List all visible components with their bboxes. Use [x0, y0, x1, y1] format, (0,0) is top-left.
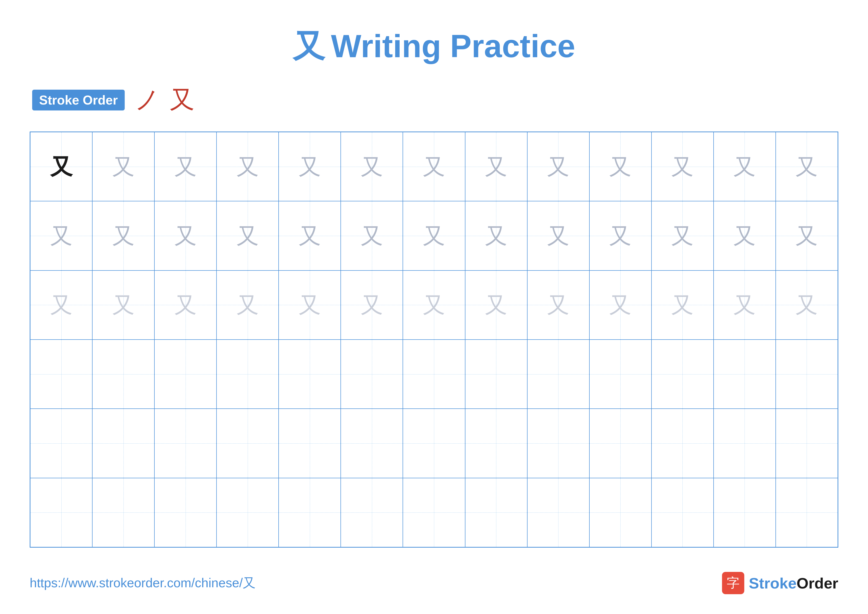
grid-cell[interactable]	[714, 409, 776, 478]
grid-cell[interactable]: 又	[776, 270, 838, 340]
grid-cell[interactable]	[279, 340, 341, 409]
cell-char: 又	[795, 155, 818, 178]
grid-cell[interactable]	[776, 409, 838, 478]
grid-cell[interactable]: 又	[527, 201, 589, 270]
stroke-order-badge: Stroke Order	[32, 90, 125, 110]
grid-cell[interactable]	[217, 340, 279, 409]
grid-cell[interactable]: 又	[279, 132, 341, 201]
grid-cell[interactable]	[527, 409, 589, 478]
grid-cell[interactable]	[279, 409, 341, 478]
grid-cell[interactable]: 又	[465, 270, 527, 340]
grid-cell[interactable]	[527, 340, 589, 409]
grid-cell[interactable]	[403, 340, 465, 409]
footer-url[interactable]: https://www.strokeorder.com/chinese/又	[30, 574, 256, 592]
stroke-2: 又	[170, 83, 194, 117]
grid-cell[interactable]	[30, 409, 92, 478]
logo-text: StrokeOrder	[749, 574, 838, 592]
grid-cell[interactable]: 又	[651, 270, 714, 340]
grid-cell[interactable]	[92, 409, 154, 478]
cell-char: 又	[299, 294, 321, 316]
grid-cell[interactable]	[651, 340, 714, 409]
grid-cell[interactable]	[714, 340, 776, 409]
grid-cell[interactable]	[217, 478, 279, 547]
cell-char: 又	[174, 155, 197, 178]
grid-cell[interactable]: 又	[217, 270, 279, 340]
page: 又 Writing Practice Stroke Order ノ 又 又 又 …	[0, 0, 868, 614]
grid-cell[interactable]: 又	[341, 132, 403, 201]
cell-char: 又	[299, 155, 321, 178]
grid-cell[interactable]: 又	[92, 270, 154, 340]
grid-cell[interactable]: 又	[92, 132, 154, 201]
cell-char: 又	[609, 294, 631, 316]
grid-cell[interactable]: 又	[527, 132, 589, 201]
grid-cell[interactable]: 又	[527, 270, 589, 340]
cell-char: 又	[547, 294, 569, 316]
grid-cell[interactable]: 又	[776, 201, 838, 270]
grid-cell[interactable]	[527, 478, 589, 547]
grid-cell[interactable]	[589, 409, 651, 478]
grid-cell[interactable]: 又	[341, 201, 403, 270]
grid-cell[interactable]: 又	[217, 132, 279, 201]
cell-char: 又	[299, 225, 321, 247]
grid-cell[interactable]: 又	[465, 132, 527, 201]
cell-char: 又	[547, 225, 569, 247]
grid-cell[interactable]: 又	[403, 270, 465, 340]
grid-cell[interactable]: 又	[714, 201, 776, 270]
grid-cell[interactable]	[154, 478, 217, 547]
grid-cell[interactable]: 又	[92, 201, 154, 270]
grid-cell[interactable]	[341, 409, 403, 478]
grid-cell[interactable]	[651, 478, 714, 547]
grid-cell[interactable]: 又	[651, 132, 714, 201]
grid-cell[interactable]	[154, 340, 217, 409]
grid-cell[interactable]	[154, 409, 217, 478]
grid-cell[interactable]	[403, 409, 465, 478]
grid-cell[interactable]: 又	[30, 201, 92, 270]
grid-cell[interactable]	[92, 478, 154, 547]
grid-cell[interactable]	[776, 340, 838, 409]
grid-cell[interactable]	[30, 478, 92, 547]
grid-cell[interactable]: 又	[776, 132, 838, 201]
grid-cell[interactable]	[341, 478, 403, 547]
footer: https://www.strokeorder.com/chinese/又 字 …	[30, 572, 838, 594]
cell-char: 又	[795, 294, 818, 316]
cell-char: 又	[609, 155, 631, 178]
grid-cell[interactable]: 又	[30, 132, 92, 201]
grid-cell[interactable]	[92, 340, 154, 409]
cell-char: 又	[733, 225, 756, 247]
grid-cell[interactable]	[714, 478, 776, 547]
grid-cell[interactable]	[651, 409, 714, 478]
grid-cell[interactable]: 又	[30, 270, 92, 340]
grid-cell[interactable]	[465, 340, 527, 409]
grid-cell[interactable]: 又	[217, 201, 279, 270]
grid-cell[interactable]	[403, 478, 465, 547]
grid-cell[interactable]: 又	[589, 132, 651, 201]
grid-cell[interactable]: 又	[651, 201, 714, 270]
grid-cell[interactable]: 又	[341, 270, 403, 340]
grid-cell[interactable]: 又	[403, 201, 465, 270]
cell-char: 又	[423, 294, 445, 316]
grid-cell[interactable]: 又	[154, 270, 217, 340]
grid-cell[interactable]	[465, 409, 527, 478]
grid-cell[interactable]: 又	[589, 201, 651, 270]
grid-cell[interactable]: 又	[154, 132, 217, 201]
grid-cell[interactable]: 又	[465, 201, 527, 270]
grid-cell[interactable]	[465, 478, 527, 547]
grid-cell[interactable]	[589, 478, 651, 547]
grid-cell[interactable]	[30, 340, 92, 409]
grid-cell[interactable]	[776, 478, 838, 547]
grid-cell[interactable]: 又	[714, 132, 776, 201]
cell-char: 又	[795, 225, 818, 247]
grid-cell[interactable]: 又	[714, 270, 776, 340]
grid-cell[interactable]: 又	[589, 270, 651, 340]
cell-char: 又	[50, 294, 73, 316]
grid-cell[interactable]: 又	[403, 132, 465, 201]
grid-cell[interactable]: 又	[154, 201, 217, 270]
grid-cell[interactable]: 又	[279, 201, 341, 270]
cell-char: 又	[423, 155, 445, 178]
grid-cell[interactable]	[217, 409, 279, 478]
cell-char: 又	[50, 155, 73, 178]
grid-cell[interactable]	[589, 340, 651, 409]
grid-cell[interactable]: 又	[279, 270, 341, 340]
grid-cell[interactable]	[279, 478, 341, 547]
grid-cell[interactable]	[341, 340, 403, 409]
